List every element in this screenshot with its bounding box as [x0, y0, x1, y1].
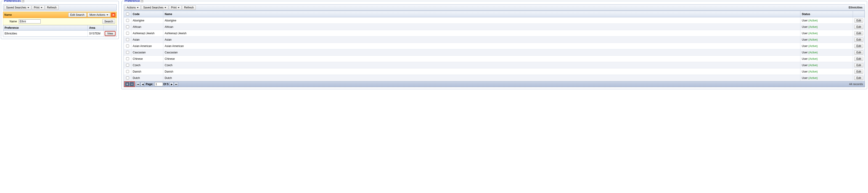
- col-area[interactable]: Area: [88, 25, 104, 31]
- search-button[interactable]: Search: [102, 19, 115, 24]
- row-checkbox[interactable]: [126, 64, 129, 67]
- table-row: AfricanAfricanUser (Active)Edit: [124, 24, 865, 30]
- prev-page-icon: ◀: [142, 83, 144, 86]
- add-row-button[interactable]: +: [125, 82, 129, 86]
- last-page-button[interactable]: ⏭: [174, 82, 178, 86]
- table-row: ChineseChineseUser (Active)Edit: [124, 56, 865, 62]
- section-heading: Ethnicities: [848, 6, 864, 9]
- left-toolbar: Saved Searches Print Refresh: [3, 4, 117, 11]
- view-label: View: [107, 32, 113, 35]
- row-checkbox[interactable]: [126, 51, 129, 54]
- cell-preference: Ethnicities: [3, 31, 88, 37]
- more-actions-label: More Actions: [90, 13, 105, 17]
- next-page-button[interactable]: ▶: [169, 82, 174, 86]
- cell-name: Dutch: [163, 75, 800, 81]
- col-action: [104, 25, 117, 31]
- cell-status: User (Active): [800, 49, 853, 56]
- edit-button[interactable]: Edit: [854, 44, 863, 48]
- row-checkbox[interactable]: [126, 76, 129, 79]
- preferences-table: Preference Area Ethnicities SYSTEM View: [3, 25, 117, 37]
- col-preference[interactable]: Preference: [3, 25, 88, 31]
- print-label: Print: [171, 6, 177, 9]
- table-row: Ashkenazi JewishAshkenazi JewishUser (Ac…: [124, 30, 865, 36]
- cell-status: User (Active): [800, 43, 853, 49]
- search-button-label: Search: [104, 20, 113, 23]
- select-all-checkbox[interactable]: [126, 12, 129, 15]
- status-active: (Active): [808, 44, 818, 48]
- col-status[interactable]: Status: [800, 11, 853, 17]
- row-checkbox[interactable]: [126, 57, 129, 60]
- print-button[interactable]: Print: [169, 5, 182, 10]
- more-actions-button[interactable]: More Actions: [88, 12, 110, 17]
- print-label: Print: [34, 6, 39, 9]
- search-header-bar: Name Edit Search More Actions ✕: [3, 12, 117, 18]
- cell-status: User (Active): [800, 30, 853, 36]
- edit-button[interactable]: Edit: [854, 51, 863, 55]
- cell-code: Asian American: [131, 43, 163, 49]
- refresh-button[interactable]: Refresh: [182, 5, 196, 10]
- preference-title: Preference: [124, 0, 140, 2]
- row-checkbox[interactable]: [126, 70, 129, 73]
- cell-name: African: [163, 24, 800, 30]
- preference-legend: Preference −: [124, 0, 144, 2]
- preferences-legend: Preferences −: [3, 0, 25, 2]
- cell-name: Asian American: [163, 43, 800, 49]
- col-edit: [853, 11, 865, 17]
- page-label: Page:: [146, 83, 153, 86]
- row-checkbox[interactable]: [126, 38, 129, 41]
- cell-status: User (Active): [800, 56, 853, 62]
- edit-button[interactable]: Edit: [854, 70, 863, 74]
- chevron-down-icon: [106, 14, 108, 15]
- row-checkbox[interactable]: [126, 25, 129, 28]
- cell-status: User (Active): [800, 24, 853, 30]
- print-button[interactable]: Print: [32, 5, 44, 10]
- edit-button[interactable]: Edit: [854, 19, 863, 23]
- saved-searches-button[interactable]: Saved Searches: [141, 5, 168, 10]
- collapse-icon[interactable]: −: [141, 0, 143, 2]
- refresh-label: Refresh: [47, 6, 57, 9]
- col-checkbox: [124, 11, 131, 17]
- search-row: Name Search: [3, 18, 117, 25]
- edit-button[interactable]: Edit: [854, 31, 863, 35]
- edit-search-button[interactable]: Edit Search: [68, 12, 87, 17]
- view-button[interactable]: View: [105, 31, 115, 36]
- refresh-label: Refresh: [184, 6, 194, 9]
- row-checkbox[interactable]: [126, 19, 129, 22]
- status-active: (Active): [808, 76, 818, 79]
- ethnicities-table: Code Name Status AborigineAborigineUser …: [124, 11, 865, 82]
- cell-code: Asian: [131, 36, 163, 43]
- chevron-down-icon: [178, 7, 180, 8]
- chevron-down-icon: [27, 7, 29, 8]
- status-active: (Active): [808, 70, 818, 73]
- cell-name: Ashkenazi Jewish: [163, 30, 800, 36]
- edit-button[interactable]: Edit: [854, 63, 863, 67]
- remove-row-button[interactable]: −: [130, 82, 134, 86]
- status-active: (Active): [808, 51, 818, 54]
- close-icon[interactable]: ✕: [111, 13, 115, 17]
- actions-button[interactable]: Actions: [125, 5, 141, 10]
- saved-searches-label: Saved Searches: [6, 6, 26, 9]
- cell-code: Caucasian: [131, 49, 163, 56]
- cell-code: Chinese: [131, 56, 163, 62]
- cell-code: Aborigine: [131, 17, 163, 24]
- first-page-icon: ⏮: [137, 83, 139, 86]
- first-page-button[interactable]: ⏮: [136, 82, 140, 86]
- edit-button[interactable]: Edit: [854, 38, 863, 42]
- page-input[interactable]: [155, 82, 163, 86]
- edit-button[interactable]: Edit: [854, 25, 863, 29]
- name-input[interactable]: [19, 20, 41, 24]
- collapse-icon[interactable]: −: [22, 0, 24, 2]
- table-row: CzechCzechUser (Active)Edit: [124, 62, 865, 68]
- prev-page-button[interactable]: ◀: [141, 82, 145, 86]
- table-row: Ethnicities SYSTEM View: [3, 31, 117, 37]
- col-name[interactable]: Name: [163, 11, 800, 17]
- row-checkbox[interactable]: [126, 32, 129, 35]
- status-active: (Active): [808, 32, 818, 35]
- col-code[interactable]: Code: [131, 11, 163, 17]
- saved-searches-button[interactable]: Saved Searches: [4, 5, 31, 10]
- cell-status: User (Active): [800, 62, 853, 68]
- edit-button[interactable]: Edit: [854, 76, 863, 80]
- row-checkbox[interactable]: [126, 44, 129, 47]
- refresh-button[interactable]: Refresh: [45, 5, 59, 10]
- edit-button[interactable]: Edit: [854, 57, 863, 61]
